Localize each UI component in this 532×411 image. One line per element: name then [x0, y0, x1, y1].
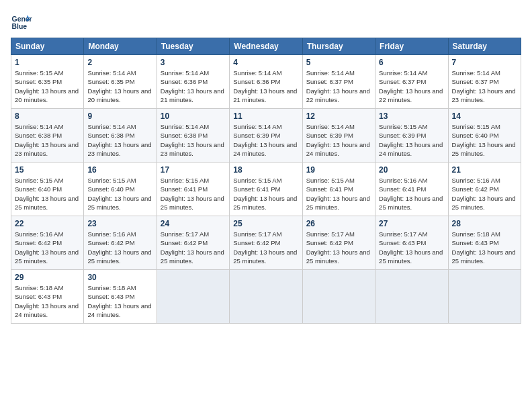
- daylight-label: Daylight: 13 hours and 21 minutes.: [233, 87, 297, 103]
- day-info: Sunrise: 5:14 AM Sunset: 6:39 PM Dayligh…: [306, 122, 371, 158]
- calendar-table: SundayMondayTuesdayWednesdayThursdayFrid…: [11, 38, 521, 324]
- calendar-day-cell: 19 Sunrise: 5:15 AM Sunset: 6:41 PM Dayl…: [302, 163, 375, 216]
- day-info: Sunrise: 5:15 AM Sunset: 6:35 PM Dayligh…: [15, 68, 80, 104]
- calendar-day-cell: 29 Sunrise: 5:18 AM Sunset: 6:43 PM Dayl…: [11, 270, 84, 324]
- daylight-label: Daylight: 13 hours and 23 minutes.: [161, 141, 224, 157]
- logo: General Blue: [11, 11, 35, 32]
- day-info: Sunrise: 5:18 AM Sunset: 6:43 PM Dayligh…: [452, 230, 517, 265]
- calendar-day-cell: 26 Sunrise: 5:17 AM Sunset: 6:42 PM Dayl…: [302, 216, 375, 270]
- day-number: 16: [87, 165, 152, 175]
- daylight-label: Daylight: 13 hours and 24 minutes.: [233, 141, 297, 157]
- sunrise-label: Sunrise: 5:15 AM: [233, 177, 281, 184]
- sunrise-label: Sunrise: 5:16 AM: [15, 230, 63, 238]
- sunset-label: Sunset: 6:43 PM: [87, 293, 134, 300]
- calendar-day-cell: 8 Sunrise: 5:14 AM Sunset: 6:38 PM Dayli…: [11, 109, 84, 163]
- sunset-label: Sunset: 6:39 PM: [306, 132, 353, 139]
- sunrise-label: Sunrise: 5:15 AM: [15, 69, 63, 77]
- sunset-label: Sunset: 6:40 PM: [15, 185, 62, 193]
- calendar-day-cell: 12 Sunrise: 5:14 AM Sunset: 6:39 PM Dayl…: [302, 109, 375, 163]
- sunset-label: Sunset: 6:35 PM: [87, 78, 134, 85]
- header: General Blue: [11, 11, 521, 32]
- weekday-header-row: SundayMondayTuesdayWednesdayThursdayFrid…: [11, 38, 521, 55]
- day-info: Sunrise: 5:14 AM Sunset: 6:38 PM Dayligh…: [161, 122, 226, 158]
- calendar-day-cell: 25 Sunrise: 5:17 AM Sunset: 6:42 PM Dayl…: [230, 216, 302, 270]
- sunset-label: Sunset: 6:42 PM: [233, 239, 280, 246]
- day-number: 23: [87, 219, 152, 228]
- daylight-label: Daylight: 13 hours and 25 minutes.: [452, 141, 516, 157]
- sunset-label: Sunset: 6:39 PM: [233, 132, 280, 139]
- daylight-label: Daylight: 13 hours and 25 minutes.: [87, 248, 151, 265]
- sunset-label: Sunset: 6:40 PM: [452, 132, 499, 139]
- day-number: 11: [233, 111, 298, 121]
- sunset-label: Sunset: 6:42 PM: [161, 239, 208, 246]
- calendar-day-cell: [230, 270, 302, 324]
- day-info: Sunrise: 5:14 AM Sunset: 6:39 PM Dayligh…: [233, 122, 298, 158]
- sunrise-label: Sunrise: 5:14 AM: [452, 69, 500, 77]
- sunrise-label: Sunrise: 5:17 AM: [161, 230, 209, 238]
- daylight-label: Daylight: 13 hours and 25 minutes.: [233, 248, 297, 265]
- calendar-day-cell: 20 Sunrise: 5:16 AM Sunset: 6:41 PM Dayl…: [375, 163, 448, 216]
- sunset-label: Sunset: 6:41 PM: [306, 185, 353, 193]
- calendar-day-cell: 13 Sunrise: 5:15 AM Sunset: 6:39 PM Dayl…: [375, 109, 448, 163]
- calendar-week-row: 22 Sunrise: 5:16 AM Sunset: 6:42 PM Dayl…: [11, 216, 521, 270]
- svg-text:Blue: Blue: [12, 23, 28, 30]
- sunset-label: Sunset: 6:38 PM: [87, 132, 134, 139]
- sunset-label: Sunset: 6:36 PM: [233, 78, 280, 85]
- calendar-day-cell: 17 Sunrise: 5:15 AM Sunset: 6:41 PM Dayl…: [157, 163, 229, 216]
- calendar-week-row: 1 Sunrise: 5:15 AM Sunset: 6:35 PM Dayli…: [11, 55, 521, 109]
- sunrise-label: Sunrise: 5:14 AM: [306, 123, 355, 130]
- day-info: Sunrise: 5:14 AM Sunset: 6:35 PM Dayligh…: [87, 68, 152, 104]
- sunrise-label: Sunrise: 5:14 AM: [306, 69, 355, 77]
- day-info: Sunrise: 5:17 AM Sunset: 6:42 PM Dayligh…: [233, 230, 298, 265]
- day-info: Sunrise: 5:14 AM Sunset: 6:36 PM Dayligh…: [161, 68, 226, 104]
- daylight-label: Daylight: 13 hours and 25 minutes.: [379, 248, 443, 265]
- sunset-label: Sunset: 6:41 PM: [379, 185, 426, 193]
- daylight-label: Daylight: 13 hours and 22 minutes.: [379, 87, 443, 103]
- weekday-header: Tuesday: [157, 38, 229, 55]
- daylight-label: Daylight: 13 hours and 25 minutes.: [161, 195, 224, 211]
- sunset-label: Sunset: 6:40 PM: [87, 185, 134, 193]
- day-number: 25: [233, 219, 298, 228]
- daylight-label: Daylight: 13 hours and 25 minutes.: [161, 248, 224, 265]
- day-info: Sunrise: 5:14 AM Sunset: 6:36 PM Dayligh…: [233, 68, 298, 104]
- calendar-day-cell: 5 Sunrise: 5:14 AM Sunset: 6:37 PM Dayli…: [302, 55, 375, 109]
- day-info: Sunrise: 5:15 AM Sunset: 6:41 PM Dayligh…: [233, 176, 298, 212]
- sunset-label: Sunset: 6:35 PM: [15, 78, 62, 85]
- day-info: Sunrise: 5:15 AM Sunset: 6:40 PM Dayligh…: [452, 122, 517, 158]
- day-number: 1: [15, 58, 80, 67]
- calendar-day-cell: 23 Sunrise: 5:16 AM Sunset: 6:42 PM Dayl…: [84, 216, 157, 270]
- day-number: 9: [87, 111, 152, 121]
- sunrise-label: Sunrise: 5:15 AM: [15, 177, 63, 184]
- daylight-label: Daylight: 13 hours and 25 minutes.: [87, 195, 151, 211]
- day-number: 21: [452, 165, 517, 175]
- sunrise-label: Sunrise: 5:15 AM: [161, 177, 209, 184]
- calendar-day-cell: 18 Sunrise: 5:15 AM Sunset: 6:41 PM Dayl…: [230, 163, 302, 216]
- day-number: 18: [233, 165, 298, 175]
- day-info: Sunrise: 5:17 AM Sunset: 6:42 PM Dayligh…: [161, 230, 226, 265]
- daylight-label: Daylight: 13 hours and 25 minutes.: [452, 195, 516, 211]
- day-number: 3: [161, 58, 226, 67]
- sunrise-label: Sunrise: 5:17 AM: [233, 230, 281, 238]
- sunset-label: Sunset: 6:37 PM: [306, 78, 353, 85]
- calendar-day-cell: 22 Sunrise: 5:16 AM Sunset: 6:42 PM Dayl…: [11, 216, 84, 270]
- sunrise-label: Sunrise: 5:16 AM: [87, 230, 136, 238]
- calendar-day-cell: 16 Sunrise: 5:15 AM Sunset: 6:40 PM Dayl…: [84, 163, 157, 216]
- calendar-day-cell: 7 Sunrise: 5:14 AM Sunset: 6:37 PM Dayli…: [448, 55, 521, 109]
- day-info: Sunrise: 5:16 AM Sunset: 6:42 PM Dayligh…: [452, 176, 517, 212]
- day-info: Sunrise: 5:14 AM Sunset: 6:38 PM Dayligh…: [15, 122, 80, 158]
- day-info: Sunrise: 5:14 AM Sunset: 6:37 PM Dayligh…: [306, 68, 371, 104]
- day-info: Sunrise: 5:14 AM Sunset: 6:37 PM Dayligh…: [379, 68, 444, 104]
- calendar-week-row: 15 Sunrise: 5:15 AM Sunset: 6:40 PM Dayl…: [11, 163, 521, 216]
- day-number: 30: [87, 273, 152, 282]
- daylight-label: Daylight: 13 hours and 23 minutes.: [87, 141, 151, 157]
- sunrise-label: Sunrise: 5:14 AM: [87, 69, 136, 77]
- calendar-day-cell: 1 Sunrise: 5:15 AM Sunset: 6:35 PM Dayli…: [11, 55, 84, 109]
- day-info: Sunrise: 5:16 AM Sunset: 6:41 PM Dayligh…: [379, 176, 444, 212]
- calendar-day-cell: 14 Sunrise: 5:15 AM Sunset: 6:40 PM Dayl…: [448, 109, 521, 163]
- sunset-label: Sunset: 6:43 PM: [15, 293, 62, 300]
- day-info: Sunrise: 5:15 AM Sunset: 6:39 PM Dayligh…: [379, 122, 444, 158]
- weekday-header: Saturday: [448, 38, 521, 55]
- day-number: 14: [452, 111, 517, 121]
- day-number: 6: [379, 58, 444, 67]
- day-info: Sunrise: 5:18 AM Sunset: 6:43 PM Dayligh…: [15, 283, 80, 319]
